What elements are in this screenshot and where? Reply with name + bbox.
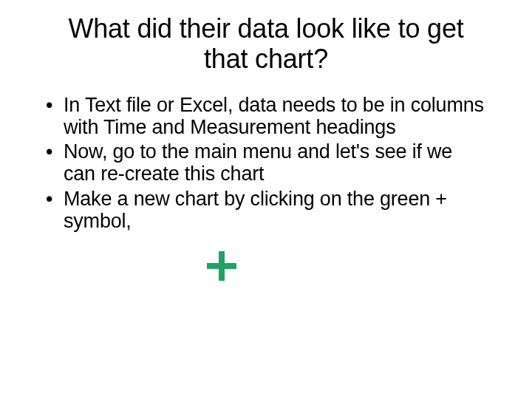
plus-icon-svg (205, 250, 238, 282)
bullet-item: Now, go to the main menu and let's see i… (43, 140, 489, 185)
plus-icon (205, 250, 238, 282)
slide-container: What did their data look like to get tha… (0, 0, 532, 285)
bullet-list: In Text file or Excel, data needs to be … (43, 94, 489, 232)
slide-title: What did their data look like to get tha… (43, 13, 489, 75)
plus-symbol-container (43, 250, 489, 285)
bullet-item: Make a new chart by clicking on the gree… (43, 188, 489, 232)
bullet-item: In Text file or Excel, data needs to be … (43, 94, 489, 138)
svg-rect-1 (207, 263, 236, 269)
